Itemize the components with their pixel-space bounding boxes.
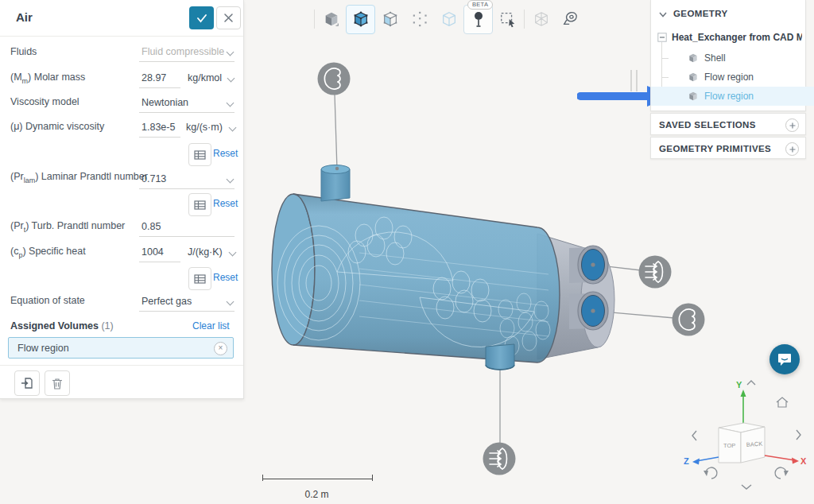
roll-ccw-icon[interactable] xyxy=(704,467,717,479)
assign-selection-button[interactable] xyxy=(14,370,40,396)
panel-resize-grip[interactable] xyxy=(630,70,638,91)
add-saved-selection-button[interactable] xyxy=(785,118,799,132)
chip-remove-icon[interactable]: × xyxy=(214,342,227,355)
field-underline xyxy=(139,87,180,88)
z-axis-arrowhead xyxy=(692,459,700,465)
panel-header: Air xyxy=(0,0,243,37)
chevron-down-icon[interactable] xyxy=(227,298,235,306)
x-axis-label: X xyxy=(800,456,807,466)
support-chat-button[interactable] xyxy=(769,344,800,374)
home-view-icon[interactable] xyxy=(777,397,788,407)
divider xyxy=(0,365,243,366)
y-axis-arrowhead xyxy=(741,390,746,397)
molar-mass-unit-select[interactable]: kg/kmol xyxy=(188,72,222,83)
flow-region-body[interactable] xyxy=(272,194,560,362)
collapse-minus-icon[interactable] xyxy=(657,33,667,42)
table-input-button[interactable] xyxy=(188,267,211,290)
turb-prandtl-input[interactable]: 0.85 xyxy=(141,221,161,232)
bottom-pipe-stub[interactable] xyxy=(486,344,514,370)
swirl-condition-marker[interactable] xyxy=(318,63,351,95)
panel-title: Air xyxy=(16,10,33,24)
tree-item-shell[interactable]: Shell xyxy=(651,48,814,68)
roll-cw-icon[interactable] xyxy=(775,467,789,479)
chevron-down-icon[interactable] xyxy=(227,75,235,83)
fluids-select[interactable]: Fluid compressible n xyxy=(141,46,224,57)
cancel-button[interactable] xyxy=(216,6,241,29)
dynamic-viscosity-input[interactable]: 1.83e-5 xyxy=(141,122,175,133)
vertex-select-icon[interactable] xyxy=(405,5,434,34)
specific-heat-input[interactable]: 1004 xyxy=(141,246,164,258)
table-icon xyxy=(194,150,206,160)
rotate-left-chevron-icon[interactable] xyxy=(692,431,696,440)
top-pipe-stub[interactable] xyxy=(321,165,350,202)
geometry-primitives-card[interactable]: GEOMETRY PRIMITIVES xyxy=(650,137,806,159)
viscosity-model-select[interactable]: Newtonian xyxy=(141,97,188,108)
trash-icon xyxy=(52,378,63,390)
reset-link[interactable]: Reset xyxy=(213,272,238,283)
molar-mass-input[interactable]: 28.97 xyxy=(141,72,166,83)
close-icon xyxy=(224,14,233,22)
box-select-icon[interactable] xyxy=(493,5,522,34)
tree-item-flow-region-2-selected[interactable]: Flow region xyxy=(651,87,814,106)
equation-of-state-select[interactable]: Perfect gas xyxy=(141,296,192,307)
chevron-down-icon[interactable] xyxy=(227,48,235,56)
chevron-down-icon[interactable] xyxy=(229,124,237,132)
tree-item-flow-region-1[interactable]: Flow region xyxy=(651,68,814,87)
edge-select-cube-icon[interactable] xyxy=(434,5,463,34)
outlet-tube-top[interactable] xyxy=(569,246,608,284)
field-underline xyxy=(139,311,235,312)
assigned-volume-chip[interactable]: Flow region × xyxy=(8,337,234,359)
beta-badge: BETA xyxy=(467,0,493,10)
check-icon xyxy=(196,14,207,23)
confirm-button[interactable] xyxy=(189,6,214,29)
solid-cube-icon xyxy=(688,91,699,102)
iso-view-cube-icon[interactable] xyxy=(316,5,346,34)
table-icon xyxy=(194,200,206,210)
material-panel: Air Fluids Fluid compressible n (Mm) Mol… xyxy=(0,0,244,399)
geometry-section-header[interactable]: GEOMETRY xyxy=(651,5,805,24)
orientation-navcube[interactable]: Y TOP BACK X Z xyxy=(682,367,809,498)
chevron-down-icon[interactable] xyxy=(229,249,237,257)
laminar-prandtl-input[interactable]: 0.713 xyxy=(141,173,166,184)
field-label-equation-of-state: Equation of state xyxy=(10,295,85,306)
table-input-button[interactable] xyxy=(188,193,211,216)
field-label-molar-mass: (Mm) Molar mass xyxy=(10,72,85,85)
add-geometry-primitive-button[interactable] xyxy=(785,142,799,156)
x-axis-arrowhead xyxy=(792,458,799,464)
delete-button[interactable] xyxy=(45,370,70,396)
tree-root-item[interactable]: Heat_Exchanger from CAD Mo... xyxy=(672,32,802,43)
chevron-down-icon[interactable] xyxy=(227,176,235,184)
navcube-back-face-label[interactable]: BACK xyxy=(746,440,763,448)
chevron-down-icon[interactable] xyxy=(742,485,751,489)
field-underline xyxy=(139,188,235,189)
dynamic-viscosity-unit-select[interactable]: kg/(s·m) xyxy=(186,122,223,133)
hidden-geometry-cube-icon[interactable] xyxy=(526,5,556,34)
navcube-top-face-label[interactable]: TOP xyxy=(723,442,735,449)
reset-link[interactable]: Reset xyxy=(213,198,238,209)
velocity-inlet-marker[interactable] xyxy=(483,443,516,475)
scale-bar-label: 0.2 m xyxy=(262,489,371,500)
field-label-turb-prandtl: (Prt) Turb. Prandtl number xyxy=(10,220,125,234)
rotate-right-chevron-icon[interactable] xyxy=(797,430,800,440)
chevron-down-icon xyxy=(659,12,667,17)
field-label-specific-heat: (cp) Specific heat xyxy=(10,246,86,259)
reset-link[interactable]: Reset xyxy=(213,148,238,159)
outlet-tube-bottom[interactable] xyxy=(569,292,608,330)
velocity-inlet-marker[interactable] xyxy=(639,256,672,289)
saved-selections-card[interactable]: SAVED SELECTIONS xyxy=(650,113,806,135)
z-axis xyxy=(696,457,719,461)
field-underline xyxy=(139,236,235,237)
table-input-button[interactable] xyxy=(188,143,211,166)
specific-heat-unit-select[interactable]: J/(kg·K) xyxy=(188,246,223,258)
clear-list-link[interactable]: Clear list xyxy=(192,320,230,331)
volume-select-cube-icon[interactable] xyxy=(346,5,375,34)
field-underline xyxy=(139,112,235,113)
z-axis-label: Z xyxy=(684,456,689,466)
face-select-cube-icon[interactable] xyxy=(375,5,405,34)
assigned-volumes-label: Assigned Volumes (1) xyxy=(10,320,114,331)
chevron-down-icon[interactable] xyxy=(227,99,235,107)
chevron-up-icon[interactable] xyxy=(747,381,755,385)
probe-point-icon[interactable]: BETA xyxy=(463,5,493,34)
swirl-condition-marker[interactable] xyxy=(673,304,705,336)
measure-tape-icon[interactable] xyxy=(556,5,585,34)
